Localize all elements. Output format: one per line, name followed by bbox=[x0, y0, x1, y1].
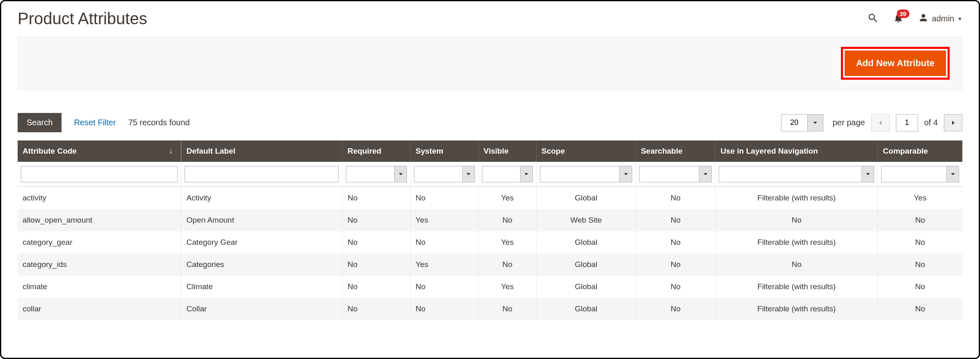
cell-comparable: Yes bbox=[878, 187, 962, 209]
filter-comparable[interactable] bbox=[881, 166, 959, 182]
filter-attribute-code[interactable] bbox=[21, 166, 178, 182]
caret-down-icon bbox=[862, 166, 874, 182]
cell-attribute-code: allow_open_amount bbox=[18, 209, 181, 231]
table-row[interactable]: collarCollarNoNoNoGlobalNoFilterable (wi… bbox=[18, 298, 962, 320]
cell-scope: Web Site bbox=[536, 209, 635, 231]
caret-down-icon bbox=[620, 166, 632, 182]
per-page-select[interactable] bbox=[781, 114, 823, 131]
cell-scope: Global bbox=[536, 298, 635, 320]
cell-visible: Yes bbox=[478, 231, 536, 253]
bell-icon bbox=[893, 18, 904, 25]
cell-searchable: No bbox=[636, 276, 715, 298]
cell-searchable: No bbox=[636, 253, 715, 276]
cell-searchable: No bbox=[636, 209, 715, 231]
add-attribute-highlight: Add New Attribute bbox=[841, 47, 950, 80]
cell-comparable: No bbox=[878, 231, 962, 253]
table-row[interactable]: allow_open_amountOpen AmountNoYesNoWeb S… bbox=[18, 209, 962, 231]
col-required[interactable]: Required bbox=[343, 140, 411, 162]
filter-scope[interactable] bbox=[540, 166, 632, 182]
cell-layered-nav: Filterable (with results) bbox=[715, 231, 878, 253]
caret-down-icon bbox=[395, 166, 407, 182]
caret-down-icon bbox=[521, 166, 533, 182]
cell-required: No bbox=[343, 253, 411, 276]
filter-layered-nav[interactable] bbox=[719, 166, 874, 182]
cell-attribute-code: climate bbox=[18, 276, 181, 298]
cell-searchable: No bbox=[636, 298, 715, 320]
cell-visible: No bbox=[478, 298, 536, 320]
per-page-label: per page bbox=[833, 118, 865, 127]
caret-down-icon bbox=[947, 166, 959, 182]
col-system[interactable]: System bbox=[411, 140, 479, 162]
col-comparable[interactable]: Comparable bbox=[878, 140, 962, 162]
cell-visible: Yes bbox=[478, 187, 536, 209]
reset-filter-link[interactable]: Reset Filter bbox=[74, 118, 116, 127]
col-searchable[interactable]: Searchable bbox=[636, 140, 715, 162]
caret-down-icon[interactable] bbox=[808, 114, 823, 131]
cell-visible: No bbox=[478, 209, 536, 231]
col-scope[interactable]: Scope bbox=[536, 140, 635, 162]
add-new-attribute-button[interactable]: Add New Attribute bbox=[845, 51, 946, 76]
cell-required: No bbox=[343, 231, 411, 253]
cell-comparable: No bbox=[878, 298, 962, 320]
filter-system[interactable] bbox=[414, 166, 475, 182]
cell-system: No bbox=[411, 231, 479, 253]
next-page-button[interactable] bbox=[944, 114, 962, 131]
cell-default-label: Open Amount bbox=[181, 209, 343, 231]
filter-visible[interactable] bbox=[482, 166, 533, 182]
sort-arrow-down-icon: ↓ bbox=[169, 147, 173, 156]
cell-system: No bbox=[411, 276, 479, 298]
table-row[interactable]: category_gearCategory GearNoNoYesGlobalN… bbox=[18, 231, 962, 253]
user-icon bbox=[918, 12, 929, 25]
attributes-grid: Attribute Code↓ Default Label Required S… bbox=[18, 140, 962, 320]
cell-searchable: No bbox=[636, 187, 715, 209]
cell-scope: Global bbox=[536, 187, 635, 209]
cell-layered-nav: Filterable (with results) bbox=[715, 298, 878, 320]
cell-attribute-code: collar bbox=[18, 298, 181, 320]
user-label: admin bbox=[932, 14, 954, 23]
filter-searchable[interactable] bbox=[639, 166, 712, 182]
notifications-button[interactable]: 39 bbox=[893, 13, 904, 25]
cell-system: Yes bbox=[411, 209, 479, 231]
table-row[interactable]: climateClimateNoNoYesGlobalNoFilterable … bbox=[18, 276, 962, 298]
prev-page-button[interactable] bbox=[871, 114, 890, 131]
col-default-label[interactable]: Default Label bbox=[181, 140, 343, 162]
cell-required: No bbox=[343, 276, 411, 298]
table-row[interactable]: activityActivityNoNoYesGlobalNoFilterabl… bbox=[18, 187, 962, 209]
cell-default-label: Activity bbox=[181, 187, 343, 209]
user-menu[interactable]: admin ▼ bbox=[918, 12, 962, 25]
caret-down-icon bbox=[699, 166, 712, 182]
cell-attribute-code: category_gear bbox=[18, 231, 181, 253]
page-input[interactable] bbox=[896, 114, 918, 131]
cell-scope: Global bbox=[536, 231, 635, 253]
cell-default-label: Categories bbox=[181, 253, 343, 276]
cell-default-label: Collar bbox=[181, 298, 343, 320]
filter-bar: Search Reset Filter 75 records found per… bbox=[18, 113, 962, 132]
cell-scope: Global bbox=[536, 276, 635, 298]
cell-scope: Global bbox=[536, 253, 635, 276]
cell-visible: Yes bbox=[478, 276, 536, 298]
search-icon[interactable] bbox=[867, 12, 879, 25]
cell-attribute-code: category_ids bbox=[18, 253, 181, 276]
table-row[interactable]: category_idsCategoriesNoYesNoGlobalNoNoN… bbox=[18, 253, 962, 276]
cell-comparable: No bbox=[878, 276, 962, 298]
col-visible[interactable]: Visible bbox=[478, 140, 536, 162]
top-bar: Product Attributes 39 admin ▼ bbox=[18, 9, 962, 28]
notification-badge: 39 bbox=[897, 9, 909, 18]
filter-default-label[interactable] bbox=[185, 166, 339, 182]
cell-default-label: Climate bbox=[181, 276, 343, 298]
cell-required: No bbox=[343, 298, 411, 320]
cell-comparable: No bbox=[878, 209, 962, 231]
cell-comparable: No bbox=[878, 253, 962, 276]
filter-required[interactable] bbox=[346, 166, 407, 182]
cell-required: No bbox=[343, 209, 411, 231]
col-attribute-code[interactable]: Attribute Code↓ bbox=[18, 140, 181, 162]
cell-visible: No bbox=[478, 253, 536, 276]
cell-layered-nav: Filterable (with results) bbox=[715, 187, 878, 209]
per-page-input[interactable] bbox=[781, 114, 808, 131]
cell-required: No bbox=[343, 187, 411, 209]
col-layered-nav[interactable]: Use in Layered Navigation bbox=[715, 140, 878, 162]
search-button[interactable]: Search bbox=[18, 113, 62, 132]
page-title: Product Attributes bbox=[18, 9, 147, 28]
cell-default-label: Category Gear bbox=[181, 231, 343, 253]
page-of-label: of 4 bbox=[924, 118, 938, 127]
